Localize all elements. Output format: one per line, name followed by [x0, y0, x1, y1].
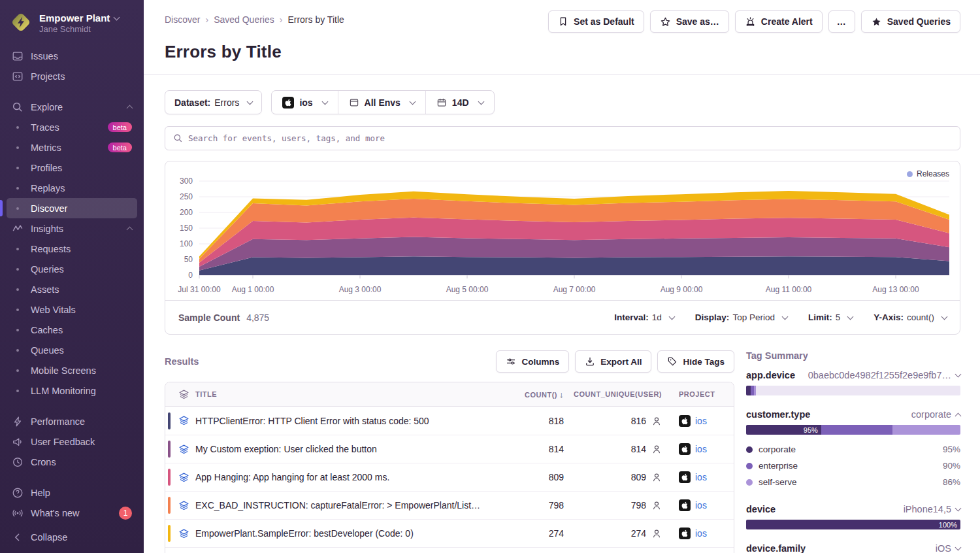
project-link[interactable]: ios	[695, 444, 707, 454]
hide-tags-button[interactable]: Hide Tags	[657, 350, 734, 373]
row-count-unique-value: 814	[631, 444, 646, 454]
sidebar-item-explore[interactable]: Explore	[7, 97, 137, 117]
columns-button[interactable]: Columns	[496, 350, 569, 373]
limit-selector[interactable]: Limit: 5	[808, 312, 853, 322]
tag-block-device-family: device.familyiOS100%	[746, 543, 960, 553]
sidebar-item-projects[interactable]: Projects	[7, 66, 137, 86]
sidebar-item-what-s-new[interactable]: What's new1	[7, 503, 137, 523]
project-link[interactable]: ios	[695, 416, 707, 426]
breadcrumb: Discover›Saved Queries›Errors by Title	[165, 10, 344, 25]
tag-icon	[667, 356, 678, 367]
org-name: Empower Plant	[39, 12, 110, 25]
sidebar-item-mobile-screens[interactable]: Mobile Screens	[7, 360, 137, 380]
series-color-chip	[168, 412, 171, 429]
project-filter[interactable]: ios	[272, 91, 337, 114]
sidebar-item-issues[interactable]: Issues	[7, 46, 137, 66]
control-value: Top Period	[732, 312, 775, 322]
interval-selector[interactable]: Interval: 1d	[614, 312, 674, 322]
layers-icon[interactable]	[172, 500, 195, 511]
layers-icon[interactable]	[172, 415, 195, 426]
column-header-title[interactable]: TITLE	[195, 390, 498, 398]
environment-filter[interactable]: All Envs	[338, 91, 425, 114]
project-link[interactable]: ios	[695, 472, 707, 482]
sidebar-item-replays[interactable]: Replays	[7, 178, 137, 198]
sidebar-item-requests[interactable]: Requests	[7, 239, 137, 259]
chart-canvas[interactable]: Releases 050100150200250300Jul 31 00:00A…	[165, 161, 960, 300]
calendar-icon	[436, 97, 447, 108]
project-link[interactable]: ios	[695, 528, 707, 539]
layers-icon[interactable]	[172, 444, 195, 455]
tag-legend-row[interactable]: self-serve86%	[746, 474, 960, 490]
layers-icon[interactable]	[172, 389, 195, 400]
collapse-icon	[12, 531, 24, 543]
column-header-count-unique[interactable]: COUNT_UNIQUE(USER)	[574, 390, 662, 398]
sidebar-item-llm-monitoring[interactable]: LLM Monitoring	[7, 380, 137, 401]
sidebar-item-queues[interactable]: Queues	[7, 340, 137, 360]
sample-count-label: Sample Count	[178, 312, 240, 323]
sidebar-item-help[interactable]: Help	[7, 482, 137, 503]
sidebar-collapse-button[interactable]: Collapse	[7, 529, 137, 545]
save-as-button[interactable]: Save as…	[650, 10, 729, 33]
sidebar-item-metrics[interactable]: Metricsbeta	[7, 137, 137, 158]
tag-top-value[interactable]: corporate	[911, 409, 960, 420]
sidebar-item-assets[interactable]: Assets	[7, 279, 137, 299]
svg-text:Aug 5 00:00: Aug 5 00:00	[446, 285, 489, 294]
export-all-button[interactable]: Export All	[575, 350, 651, 373]
filter-bar: Dataset: Errors ios All Envs 14D	[165, 90, 960, 114]
search-input[interactable]	[188, 133, 952, 143]
tag-legend-row[interactable]: enterprise90%	[746, 458, 960, 474]
button-label: Save as…	[676, 16, 719, 27]
tag-top-value[interactable]: iPhone14,5	[904, 504, 960, 514]
series-color-chip	[168, 469, 171, 486]
row-title: App Hanging: App hanging for at least 20…	[195, 472, 498, 482]
row-count-unique-value: 816	[631, 416, 646, 426]
sidebar-item-performance[interactable]: Performance	[7, 411, 137, 431]
sidebar-item-queries[interactable]: Queries	[7, 259, 137, 279]
svg-text:300: 300	[180, 176, 193, 186]
create-alert-button[interactable]: Create Alert	[735, 10, 823, 33]
dataset-selector[interactable]: Dataset: Errors	[165, 90, 262, 114]
sidebar-item-web-vitals[interactable]: Web Vitals	[7, 299, 137, 320]
sidebar-item-caches[interactable]: Caches	[7, 320, 137, 340]
sidebar-item-label: Performance	[31, 416, 85, 427]
layers-icon[interactable]	[172, 528, 195, 539]
display-selector[interactable]: Display: Top Period	[695, 312, 787, 322]
crons-icon	[12, 456, 24, 468]
layers-icon[interactable]	[172, 472, 195, 483]
sidebar-item-insights[interactable]: Insights	[7, 218, 137, 239]
releases-legend[interactable]: Releases	[907, 169, 949, 178]
more-options-button[interactable]: …	[828, 10, 855, 33]
sidebar-item-crons[interactable]: Crons	[7, 452, 137, 472]
sidebar-item-traces[interactable]: Tracesbeta	[7, 117, 137, 137]
column-header-project[interactable]: PROJECT	[662, 390, 734, 398]
stacked-area-chart: 050100150200250300Jul 31 00:00Aug 1 00:0…	[165, 164, 960, 297]
tag-legend-row[interactable]: corporate95%	[746, 441, 960, 458]
tag-top-value[interactable]: iOS	[936, 543, 960, 553]
sidebar-item-user-feedback[interactable]: User Feedback	[7, 431, 137, 452]
set-as-default-button[interactable]: Set as Default	[548, 10, 644, 33]
page-header: Discover›Saved Queries›Errors by Title S…	[144, 0, 980, 75]
bullet-icon	[12, 284, 24, 295]
project-link[interactable]: ios	[695, 500, 707, 511]
tag-block-customer-type: customer.typecorporate95%corporate95%ent…	[746, 409, 960, 490]
apple-icon	[679, 499, 691, 511]
row-count-unique: 798	[631, 500, 662, 511]
table-row: EXC_BAD_INSTRUCTION: captureFatalError: …	[165, 491, 734, 519]
sidebar-item-discover[interactable]: Discover	[7, 198, 137, 218]
tag-top-value[interactable]: 0baebc0de4982f1255f2e9e9fb7…	[808, 370, 960, 380]
chevron-down-icon	[247, 98, 253, 105]
sidebar-item-profiles[interactable]: Profiles	[7, 158, 137, 178]
date-range-filter[interactable]: 14D	[425, 91, 494, 114]
button-label: Hide Tags	[683, 357, 725, 367]
saved-queries-button[interactable]: Saved Queries	[861, 10, 960, 33]
org-switcher[interactable]: Empower Plant Jane Schmidt	[0, 8, 144, 46]
row-count: 809	[549, 472, 564, 482]
export-icon	[585, 356, 595, 367]
yaxis-selector[interactable]: Y-Axis: count()	[874, 312, 947, 322]
sidebar-item-label: Caches	[31, 325, 63, 335]
project-filter-value: ios	[299, 97, 312, 108]
apple-icon	[282, 97, 294, 109]
breadcrumb-saved-queries[interactable]: Saved Queries	[214, 14, 274, 25]
breadcrumb-discover[interactable]: Discover	[165, 14, 200, 25]
column-header-count[interactable]: COUNT()↓	[525, 390, 564, 399]
